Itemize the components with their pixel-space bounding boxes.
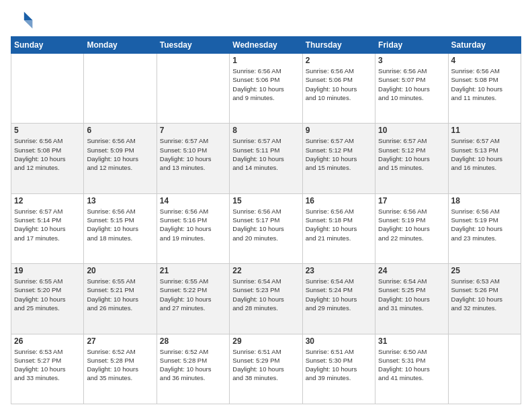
day-number: 6 (87, 126, 153, 135)
calendar-cell: 28Sunrise: 6:52 AM Sunset: 5:28 PM Dayli… (157, 334, 229, 404)
day-number: 15 (232, 196, 299, 205)
page: SundayMondayTuesdayWednesdayThursdayFrid… (0, 0, 532, 411)
day-info: Sunrise: 6:55 AM Sunset: 5:20 PM Dayligh… (14, 277, 81, 312)
day-number: 4 (451, 56, 518, 65)
calendar-cell: 31Sunrise: 6:50 AM Sunset: 5:31 PM Dayli… (375, 334, 448, 404)
calendar-cell: 1Sunrise: 6:56 AM Sunset: 5:06 PM Daylig… (230, 54, 302, 124)
calendar-cell (157, 54, 229, 124)
day-number: 1 (232, 56, 299, 65)
day-info: Sunrise: 6:56 AM Sunset: 5:19 PM Dayligh… (378, 207, 445, 242)
day-info: Sunrise: 6:51 AM Sunset: 5:30 PM Dayligh… (306, 347, 372, 383)
calendar-day-header: Friday (375, 37, 448, 54)
day-info: Sunrise: 6:56 AM Sunset: 5:09 PM Dayligh… (87, 136, 153, 172)
day-info: Sunrise: 6:52 AM Sunset: 5:28 PM Dayligh… (87, 347, 153, 383)
calendar-cell: 23Sunrise: 6:54 AM Sunset: 5:24 PM Dayli… (302, 264, 375, 334)
calendar-day-header: Monday (84, 37, 157, 54)
day-number: 2 (306, 56, 372, 65)
calendar-cell: 26Sunrise: 6:53 AM Sunset: 5:27 PM Dayli… (11, 334, 84, 404)
calendar-table: SundayMondayTuesdayWednesdayThursdayFrid… (11, 36, 521, 404)
calendar-cell (448, 334, 521, 404)
calendar-day-header: Saturday (448, 37, 521, 54)
calendar-cell: 10Sunrise: 6:57 AM Sunset: 5:12 PM Dayli… (375, 124, 448, 193)
calendar-cell: 2Sunrise: 6:56 AM Sunset: 5:06 PM Daylig… (302, 54, 375, 124)
day-info: Sunrise: 6:55 AM Sunset: 5:22 PM Dayligh… (160, 277, 226, 312)
day-number: 27 (87, 336, 153, 346)
calendar-cell: 4Sunrise: 6:56 AM Sunset: 5:08 PM Daylig… (448, 54, 521, 124)
day-info: Sunrise: 6:56 AM Sunset: 5:18 PM Dayligh… (306, 207, 372, 242)
calendar-week-row: 12Sunrise: 6:57 AM Sunset: 5:14 PM Dayli… (11, 193, 521, 263)
day-info: Sunrise: 6:57 AM Sunset: 5:13 PM Dayligh… (451, 136, 518, 172)
day-info: Sunrise: 6:55 AM Sunset: 5:21 PM Dayligh… (87, 277, 153, 312)
calendar-cell: 7Sunrise: 6:57 AM Sunset: 5:10 PM Daylig… (157, 124, 229, 193)
day-info: Sunrise: 6:51 AM Sunset: 5:29 PM Dayligh… (232, 347, 299, 383)
calendar-week-row: 1Sunrise: 6:56 AM Sunset: 5:06 PM Daylig… (11, 54, 521, 124)
calendar-cell: 29Sunrise: 6:51 AM Sunset: 5:29 PM Dayli… (230, 334, 302, 404)
day-number: 23 (306, 266, 372, 275)
day-number: 30 (306, 336, 372, 346)
day-info: Sunrise: 6:56 AM Sunset: 5:07 PM Dayligh… (378, 66, 445, 102)
day-info: Sunrise: 6:56 AM Sunset: 5:06 PM Dayligh… (306, 66, 372, 102)
calendar-cell: 5Sunrise: 6:56 AM Sunset: 5:08 PM Daylig… (11, 124, 84, 193)
calendar-week-row: 5Sunrise: 6:56 AM Sunset: 5:08 PM Daylig… (11, 124, 521, 193)
day-info: Sunrise: 6:56 AM Sunset: 5:16 PM Dayligh… (160, 207, 226, 242)
day-info: Sunrise: 6:56 AM Sunset: 5:19 PM Dayligh… (451, 207, 518, 242)
calendar-week-row: 19Sunrise: 6:55 AM Sunset: 5:20 PM Dayli… (11, 264, 521, 334)
day-info: Sunrise: 6:57 AM Sunset: 5:12 PM Dayligh… (378, 136, 445, 172)
calendar-cell: 22Sunrise: 6:54 AM Sunset: 5:23 PM Dayli… (230, 264, 302, 334)
day-number: 13 (87, 196, 153, 205)
day-number: 17 (378, 196, 445, 205)
calendar-day-header: Tuesday (157, 37, 229, 54)
calendar-cell: 20Sunrise: 6:55 AM Sunset: 5:21 PM Dayli… (84, 264, 157, 334)
day-info: Sunrise: 6:57 AM Sunset: 5:10 PM Dayligh… (160, 136, 226, 172)
day-number: 24 (378, 266, 445, 275)
day-number: 21 (160, 266, 226, 275)
day-info: Sunrise: 6:50 AM Sunset: 5:31 PM Dayligh… (378, 347, 445, 383)
calendar-day-header: Thursday (302, 37, 375, 54)
calendar-cell (11, 54, 84, 124)
calendar-cell: 3Sunrise: 6:56 AM Sunset: 5:07 PM Daylig… (375, 54, 448, 124)
calendar-cell: 27Sunrise: 6:52 AM Sunset: 5:28 PM Dayli… (84, 334, 157, 404)
calendar-cell (84, 54, 157, 124)
day-number: 5 (14, 126, 81, 135)
calendar-cell: 24Sunrise: 6:54 AM Sunset: 5:25 PM Dayli… (375, 264, 448, 334)
day-info: Sunrise: 6:53 AM Sunset: 5:27 PM Dayligh… (14, 347, 81, 383)
day-number: 31 (378, 336, 445, 346)
day-number: 12 (14, 196, 81, 205)
day-info: Sunrise: 6:54 AM Sunset: 5:24 PM Dayligh… (306, 277, 372, 312)
logo-icon (11, 8, 35, 32)
day-number: 3 (378, 56, 445, 65)
calendar-header-row: SundayMondayTuesdayWednesdayThursdayFrid… (11, 37, 521, 54)
calendar-cell: 21Sunrise: 6:55 AM Sunset: 5:22 PM Dayli… (157, 264, 229, 334)
calendar-cell: 13Sunrise: 6:56 AM Sunset: 5:15 PM Dayli… (84, 193, 157, 263)
day-info: Sunrise: 6:57 AM Sunset: 5:14 PM Dayligh… (14, 207, 81, 242)
day-number: 9 (306, 126, 372, 135)
day-number: 10 (378, 126, 445, 135)
calendar-cell: 25Sunrise: 6:53 AM Sunset: 5:26 PM Dayli… (448, 264, 521, 334)
day-info: Sunrise: 6:54 AM Sunset: 5:23 PM Dayligh… (232, 277, 299, 312)
calendar-cell: 18Sunrise: 6:56 AM Sunset: 5:19 PM Dayli… (448, 193, 521, 263)
logo (11, 8, 38, 32)
calendar-cell: 15Sunrise: 6:56 AM Sunset: 5:17 PM Dayli… (230, 193, 302, 263)
calendar-cell: 30Sunrise: 6:51 AM Sunset: 5:30 PM Dayli… (302, 334, 375, 404)
calendar-cell: 16Sunrise: 6:56 AM Sunset: 5:18 PM Dayli… (302, 193, 375, 263)
day-number: 14 (160, 196, 226, 205)
svg-marker-0 (24, 11, 33, 20)
day-info: Sunrise: 6:52 AM Sunset: 5:28 PM Dayligh… (160, 347, 226, 383)
svg-marker-1 (24, 20, 33, 29)
calendar-cell: 14Sunrise: 6:56 AM Sunset: 5:16 PM Dayli… (157, 193, 229, 263)
calendar-cell: 17Sunrise: 6:56 AM Sunset: 5:19 PM Dayli… (375, 193, 448, 263)
day-info: Sunrise: 6:56 AM Sunset: 5:08 PM Dayligh… (14, 136, 81, 172)
calendar-day-header: Wednesday (230, 37, 302, 54)
day-number: 22 (232, 266, 299, 275)
day-info: Sunrise: 6:54 AM Sunset: 5:25 PM Dayligh… (378, 277, 445, 312)
day-number: 7 (160, 126, 226, 135)
calendar-cell: 11Sunrise: 6:57 AM Sunset: 5:13 PM Dayli… (448, 124, 521, 193)
day-number: 29 (232, 336, 299, 346)
calendar-cell: 12Sunrise: 6:57 AM Sunset: 5:14 PM Dayli… (11, 193, 84, 263)
day-number: 11 (451, 126, 518, 135)
day-info: Sunrise: 6:57 AM Sunset: 5:12 PM Dayligh… (306, 136, 372, 172)
day-info: Sunrise: 6:56 AM Sunset: 5:06 PM Dayligh… (232, 66, 299, 102)
day-info: Sunrise: 6:56 AM Sunset: 5:17 PM Dayligh… (232, 207, 299, 242)
day-info: Sunrise: 6:53 AM Sunset: 5:26 PM Dayligh… (451, 277, 518, 312)
calendar-cell: 19Sunrise: 6:55 AM Sunset: 5:20 PM Dayli… (11, 264, 84, 334)
